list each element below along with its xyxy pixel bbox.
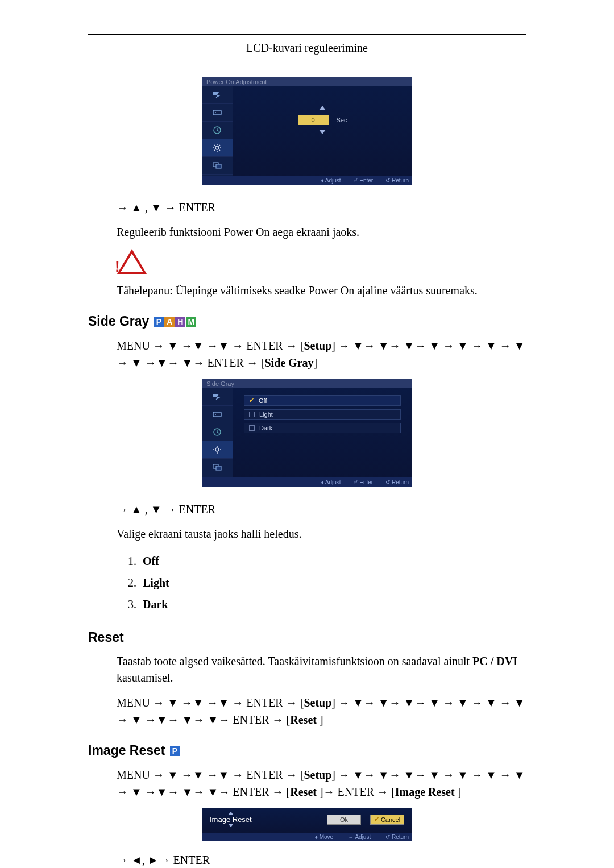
box-icon — [249, 425, 255, 431]
power-on-value: 0 — [298, 115, 329, 125]
badge-p: P — [170, 746, 180, 756]
option-light: Light — [244, 409, 401, 420]
body-text: Reguleerib funktsiooni Power On aega ekr… — [117, 224, 526, 240]
mode-badges: P — [170, 746, 180, 756]
down-arrow-icon — [319, 130, 326, 134]
list-item: Off — [139, 550, 526, 572]
section-heading-image-reset: Image Reset P — [88, 743, 526, 758]
nav-instruction: → ▲ , ▼ → ENTER — [117, 501, 526, 518]
osd-sidebar — [202, 388, 233, 477]
osd-side-time-icon — [202, 423, 233, 441]
option-off: ✔Off — [244, 395, 401, 406]
option-dark: Dark — [244, 423, 401, 433]
osd-side-setup-icon — [202, 139, 233, 157]
list-item: Light — [139, 572, 526, 593]
up-arrow-icon — [319, 106, 326, 110]
options-list: Off Light Dark — [139, 550, 526, 615]
osd-side-input-icon — [202, 406, 233, 423]
svg-line-10 — [219, 145, 221, 146]
section-heading-reset: Reset — [88, 630, 526, 645]
warning-icon: ! — [117, 248, 147, 275]
osd-title: Side Gray — [202, 379, 412, 388]
osd-side-multi-icon — [202, 459, 233, 476]
osd-footer-enter: ⏎ Enter — [354, 177, 374, 184]
osd-side-time-icon — [202, 122, 233, 139]
body-text: Taastab toote algsed vaikesätted. Taaskä… — [117, 653, 526, 686]
osd-side-picture-icon — [202, 86, 233, 104]
osd-side-multi-icon — [202, 157, 233, 175]
svg-line-8 — [214, 145, 215, 146]
svg-rect-14 — [213, 412, 221, 417]
osd-footer-adjust: ↔ Adjust — [348, 834, 371, 840]
mode-badges: P A H M — [154, 317, 196, 327]
box-icon — [249, 412, 255, 417]
page-header: LCD-kuvari reguleerimine — [88, 41, 526, 55]
osd-footer: ♦ Adjust ⏎ Enter ↺ Return — [202, 176, 412, 185]
cancel-button: ✔Cancel — [370, 815, 404, 825]
osd-footer-return: ↺ Return — [385, 177, 409, 184]
badge-h: H — [175, 317, 185, 327]
list-item: Dark — [139, 593, 526, 615]
svg-rect-13 — [216, 164, 221, 168]
badge-m: M — [186, 317, 196, 327]
nav-instruction: MENU → ▼ →▼ →▼ → ENTER → [Setup] → ▼→ ▼→… — [117, 337, 526, 371]
osd-footer: ♦ Adjust ⏎ Enter ↺ Return — [202, 477, 412, 487]
nav-instruction: MENU → ▼ →▼ →▼ → ENTER → [Setup] → ▼→ ▼→… — [117, 766, 526, 800]
svg-point-3 — [215, 146, 219, 149]
osd-side-input-icon — [202, 104, 233, 122]
svg-line-11 — [214, 150, 215, 151]
image-reset-label: Image Reset — [210, 815, 252, 824]
osd-footer-return: ↺ Return — [385, 834, 409, 840]
power-on-unit: Sec — [337, 117, 347, 123]
svg-line-9 — [219, 150, 221, 151]
nav-instruction: MENU → ▼ →▼ →▼ → ENTER → [Setup] → ▼→ ▼→… — [117, 694, 526, 728]
osd-side-setup-icon — [202, 441, 233, 459]
osd-image-reset: Image Reset Ok ✔Cancel ♦ Move ↔ Adjust ↺… — [202, 808, 412, 841]
badge-a: A — [164, 317, 175, 327]
body-text: Tähelepanu: Ülepinge vältimiseks seadke … — [117, 283, 526, 299]
check-icon: ✔ — [249, 397, 254, 404]
osd-footer-enter: ⏎ Enter — [354, 479, 374, 485]
osd-footer: ♦ Move ↔ Adjust ↺ Return — [202, 833, 412, 841]
osd-footer-return: ↺ Return — [385, 479, 409, 485]
down-arrow-icon — [228, 824, 234, 827]
osd-footer-move: ♦ Move — [315, 834, 333, 840]
svg-rect-23 — [216, 466, 221, 470]
svg-point-17 — [215, 448, 219, 451]
osd-footer-adjust: ♦ Adjust — [321, 479, 341, 485]
svg-point-15 — [215, 414, 216, 415]
nav-instruction: → ◄, ►→ ENTER — [117, 852, 526, 868]
osd-power-on: Power On Adjustment 0 Sec — [202, 77, 412, 185]
nav-instruction: → ▲ , ▼ → ENTER — [117, 199, 526, 216]
badge-p: P — [154, 317, 164, 327]
svg-point-1 — [215, 112, 216, 113]
osd-title: Power On Adjustment — [202, 77, 412, 86]
osd-side-gray: Side Gray ✔Off Light Dark ♦ Adjust ⏎ Ent… — [202, 379, 412, 487]
section-heading-side-gray: Side Gray P A H M — [88, 314, 526, 329]
osd-side-picture-icon — [202, 388, 233, 406]
svg-rect-0 — [213, 110, 221, 115]
osd-footer-adjust: ♦ Adjust — [321, 177, 341, 184]
ok-button: Ok — [327, 815, 361, 825]
osd-sidebar — [202, 86, 233, 176]
body-text: Valige ekraani tausta jaoks halli heledu… — [117, 526, 526, 542]
